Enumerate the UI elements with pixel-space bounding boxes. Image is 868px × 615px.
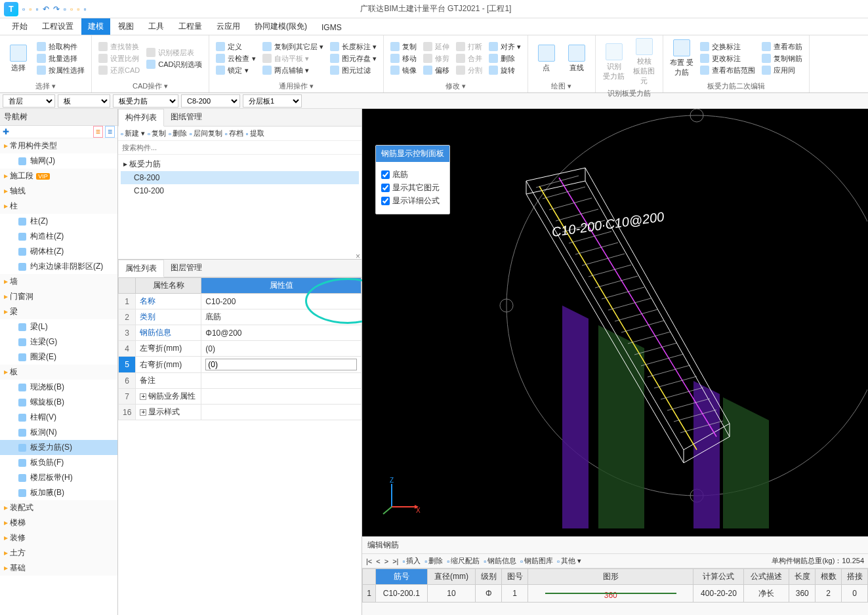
ribbon-big-5-0[interactable]: 识别 受力筋 [600,37,629,87]
ribbon-btn-3-1-0[interactable]: 延伸 [421,41,452,52]
comp-item-1[interactable]: C10-200 [121,184,359,197]
prop-row-num-2[interactable]: 3 [119,325,136,341]
prop-row-num-3[interactable]: 4 [119,341,136,357]
3d-viewport[interactable]: C10-200·C10@200 钢筋显示控制面板 底筋 显示其它图元 显示详细公… [362,109,868,536]
nav-item-7-2[interactable]: 柱帽(V) [0,410,117,425]
prop-val-1[interactable]: 底筋 [201,309,362,325]
rebar-tool-5[interactable]: ▫ 删除 [424,556,443,566]
prop-row-num-6[interactable]: 7 [119,389,136,405]
rebar-cell-shape[interactable]: 360 [527,585,693,603]
qat-undo-icon[interactable]: ↶ [43,5,49,14]
ribbon-big-6[interactable]: 布置 受力筋 [667,37,696,80]
rebar-tool-8[interactable]: ▫ 钢筋图库 [520,556,553,566]
ribbon-btn-6-1-0[interactable]: 查看布筋 [759,41,805,52]
category-select[interactable]: 板 [58,94,110,108]
nav-section-12[interactable]: ▸ 基础 [0,561,117,576]
nav-section-11[interactable]: ▸ 土方 [0,546,117,561]
prop-val-5[interactable] [201,373,362,389]
nav-item-3-1[interactable]: 构造柱(Z) [0,229,117,244]
nav-item-6-0[interactable]: 梁(L) [0,319,117,334]
component-tree-root[interactable]: ▸ 板受力筋 [121,157,359,171]
ribbon-btn-2-0-1[interactable]: 云检查 ▾ [213,53,258,64]
menu-tab-5[interactable]: 工程量 [172,18,209,35]
nav-item-7-6[interactable]: 楼层板带(H) [0,470,117,485]
comp-tool-3[interactable]: ▫ 层间复制 [190,129,222,138]
ribbon-btn-0-0-1[interactable]: 批量选择 [34,53,87,64]
rebar-tool-1[interactable]: < [376,557,380,565]
ribbon-btn-3-2-1[interactable]: 合并 [453,53,485,64]
prop-val-0[interactable]: C10-200 [201,294,362,309]
menu-tab-7[interactable]: 协同建模(限免) [248,18,314,35]
ribbon-btn-3-3-1[interactable]: 删除 [486,53,524,64]
qat-open-icon[interactable]: ▫ [29,5,31,14]
nav-item-3-3[interactable]: 约束边缘非阴影区(Z) [0,259,117,274]
overlay-check-2[interactable]: 显示详细公式 [381,195,444,207]
menu-tab-2[interactable]: 建模 [81,18,110,35]
qat-save-icon[interactable]: ▫ [36,5,39,14]
comp-tab-0[interactable]: 构件列表 [118,109,164,127]
nav-item-7-3[interactable]: 板洞(N) [0,425,117,440]
prop-val-6[interactable] [201,389,362,405]
qat-grid-icon[interactable]: ▫ [77,5,79,14]
rebar-cell-id[interactable]: C10-200.1 [376,585,428,603]
rebar-cell-formula[interactable]: 400-20-20 [693,585,744,603]
ribbon-btn-2-2-0[interactable]: 长度标注 ▾ [327,41,379,52]
layer-select[interactable]: 分层板1 [243,94,302,108]
menu-tab-8[interactable]: IGMS [315,20,348,35]
nav-section-9[interactable]: ▸ 楼梯 [0,515,117,530]
prop-row-num-0[interactable]: 1 [119,294,136,309]
ribbon-btn-3-1-2[interactable]: 偏移 [421,65,452,76]
comp-tool-0[interactable]: ▫ 新建 ▾ [121,129,145,138]
comp-item-0[interactable]: C8-200 [121,171,359,184]
ribbon-btn-1-1-0[interactable]: 识别楼层表 [144,47,205,58]
ribbon-btn-1-0-0[interactable]: 查找替换 [96,41,142,52]
menu-tab-6[interactable]: 云应用 [210,18,247,35]
ribbon-btn-2-1-1[interactable]: 自动平板 ▾ [260,53,326,64]
ribbon-btn-1-0-1[interactable]: 设置比例 [96,53,142,64]
rebar-cell-dia[interactable]: 10 [427,585,476,603]
rebar-tool-4[interactable]: ▫ 插入 [402,556,421,566]
prop-close-icon[interactable]: × [356,252,360,261]
rebar-cell-lap[interactable]: 0 [842,585,868,603]
nav-section-5[interactable]: ▸ 门窗洞 [0,289,117,304]
nav-view2-icon[interactable]: ≡ [105,126,115,138]
prop-val-7[interactable] [201,405,362,420]
member-select[interactable]: C8-200 [181,94,240,108]
menu-tab-4[interactable]: 工具 [142,18,171,35]
nav-section-1[interactable]: ▸ 施工段VIP [0,169,117,184]
menu-tab-3[interactable]: 视图 [112,18,140,35]
rebar-cell-len[interactable]: 360 [789,585,816,603]
prop-row-num-4[interactable]: 5 [119,357,136,373]
comp-tool-2[interactable]: ▫ 删除 [169,129,187,138]
ribbon-btn-6-0-0[interactable]: 交换标注 [697,41,758,52]
nav-item-3-0[interactable]: 柱(Z) [0,214,117,229]
nav-item-7-4[interactable]: 板受力筋(S) [0,440,117,455]
prop-tab-1[interactable]: 图层管理 [164,260,209,277]
nav-add-icon[interactable]: ✚ [3,127,9,136]
ribbon-big-5-1[interactable]: 校核 板筋图元 [630,37,659,87]
ribbon-btn-3-0-2[interactable]: 镜像 [388,65,419,76]
ribbon-btn-3-3-2[interactable]: 旋转 [486,65,524,76]
nav-item-7-5[interactable]: 板负筋(F) [0,455,117,470]
nav-item-6-2[interactable]: 圈梁(E) [0,349,117,365]
qat-redo-icon[interactable]: ↷ [53,5,60,14]
ribbon-btn-1-0-2[interactable]: 还原CAD [96,65,142,76]
menu-tab-0[interactable]: 开始 [5,18,34,35]
nav-section-8[interactable]: ▸ 装配式 [0,500,117,515]
ribbon-btn-6-0-1[interactable]: 更改标注 [697,53,758,64]
qat-more-icon[interactable]: ▫ [64,5,66,14]
ribbon-btn-3-2-0[interactable]: 打断 [453,41,485,52]
rebar-tool-3[interactable]: >| [392,557,398,565]
comp-tab-1[interactable]: 图纸管理 [164,109,209,126]
ribbon-btn-3-0-1[interactable]: 移动 [388,53,419,64]
ribbon-btn-2-2-2[interactable]: 图元过滤 [327,65,379,76]
prop-val-3[interactable]: (0) [201,341,362,357]
prop-input-4[interactable] [205,359,357,370]
nav-section-10[interactable]: ▸ 装修 [0,530,117,546]
comp-tool-1[interactable]: ▫ 复制 [148,129,166,138]
ribbon-big-4-1[interactable]: 直线 [562,37,591,80]
nav-section-3[interactable]: ▸ 柱 [0,199,117,214]
rebar-tool-0[interactable]: |< [366,557,372,565]
prop-row-num-5[interactable]: 6 [119,373,136,389]
component-search-input[interactable] [118,141,362,155]
